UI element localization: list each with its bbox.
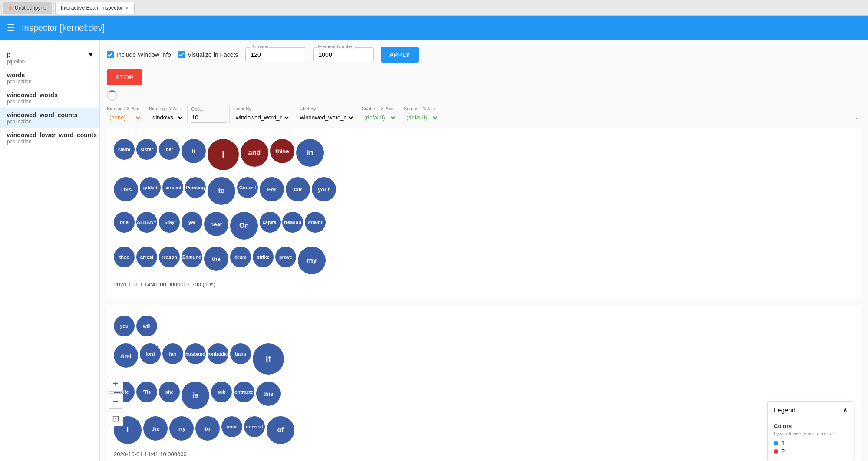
sidebar-item-windowed-words[interactable]: windowed_words pcollection: [0, 88, 99, 108]
word-bubble: she: [159, 382, 180, 402]
divider-2: [187, 106, 188, 123]
legend-colors-sub: by windowed_word_counts.1: [774, 431, 848, 436]
visualize-in-facets-checkbox[interactable]: [178, 51, 185, 58]
content-area: Include Window Info Visualize in Facets …: [100, 40, 868, 461]
word-bubble: thee: [114, 247, 135, 267]
viz-more-icon[interactable]: ⋮: [852, 109, 861, 120]
zoom-out-button[interactable]: −: [108, 393, 123, 409]
tab-untitled[interactable]: Untitled.ipynb: [3, 2, 52, 14]
legend-collapse-icon[interactable]: ∧: [843, 406, 848, 414]
legend-item-2: 2: [774, 448, 848, 454]
legend-header: Legend ∧: [768, 402, 854, 418]
word-bubble: capital: [260, 212, 281, 233]
app-header: ☰ Inspector [kernel:dev]: [0, 16, 868, 40]
tab-label-beam: Interactive Beam Inspector: [61, 5, 123, 11]
word-bubble: bans: [230, 343, 251, 364]
duration-input[interactable]: [245, 47, 306, 62]
legend-dot-2: [774, 449, 778, 454]
word-bubble: gilded: [140, 177, 161, 198]
binning-y-select[interactable]: windows: [149, 112, 184, 123]
sidebar-section-p[interactable]: p ▾ pipeline: [0, 47, 99, 68]
scatter-x-group: Scatter | X-Axis (default): [362, 106, 396, 123]
zoom-in-button[interactable]: +: [108, 376, 123, 392]
word-bubble: attaint: [305, 212, 326, 233]
word-bubble: Goneril: [237, 177, 258, 198]
legend-panel: Legend ∧ Colors by windowed_word_counts.…: [767, 401, 854, 461]
word-cloud-panel-2: youwillAndlordherhusbandcontradictbansIf…: [107, 305, 861, 461]
sidebar-item-sub-windowed-words: pcollection: [7, 99, 92, 105]
word-bubble: sub: [211, 382, 232, 402]
scatter-y-label: Scatter | Y-Axis: [404, 106, 439, 111]
legend-colors-title: Colors: [774, 423, 848, 429]
element-number-input[interactable]: [313, 47, 374, 62]
word-bubble: husband: [185, 343, 206, 364]
word-bubble: lord: [140, 343, 161, 364]
word-bubble: contracted: [234, 382, 254, 402]
sidebar-item-windowed-lower[interactable]: windowed_lower_word_counts pcollection: [0, 128, 99, 148]
word-bubble: and: [241, 139, 268, 167]
divider-6: [400, 106, 400, 123]
word-bubble: treason: [282, 212, 303, 233]
scatter-x-select[interactable]: (default): [362, 112, 396, 123]
word-bubble: title: [114, 212, 135, 233]
binning-x-select[interactable]: (none): [107, 112, 142, 123]
sidebar-section-sub-p: pipeline: [7, 59, 92, 65]
word-bubble: is: [182, 382, 209, 409]
apply-button[interactable]: APPLY: [381, 47, 419, 63]
scatter-x-label: Scatter | X-Axis: [362, 106, 396, 111]
word-bubble: hear: [204, 212, 228, 236]
count-input[interactable]: [191, 112, 226, 123]
scatter-y-group: Scatter | Y-Axis (default): [404, 106, 439, 123]
include-window-info-group: Include Window Info: [107, 51, 171, 58]
loading-spinner: [107, 90, 117, 101]
tab-label-untitled: Untitled.ipynb: [15, 5, 46, 11]
binning-x-group: Binning | X-Axis (none): [107, 106, 142, 123]
word-bubble: arrest: [136, 247, 157, 267]
word-bubble: bar: [159, 139, 180, 160]
word-bubble: of: [267, 416, 294, 444]
word-bubble: On: [230, 212, 258, 240]
viz-controls-bar: Binning | X-Axis (none) Binning | Y-Axis…: [107, 106, 861, 123]
label-by-select[interactable]: windowed_word_c: [297, 112, 354, 123]
wc2-timestamp: 2020-10-01 14:41:10.000000: [114, 451, 854, 458]
legend-label-2: 2: [782, 448, 785, 454]
wc1-timestamp: 2020-10-01 14:41:00.000000-0700 (10s): [114, 281, 854, 288]
word-bubble: your: [312, 177, 336, 201]
count-label: Cou...: [191, 106, 226, 112]
color-by-select[interactable]: windowed_word_c: [233, 112, 290, 123]
sidebar-item-title-words: words: [7, 72, 92, 79]
sidebar-item-windowed-word-counts[interactable]: windowed_word_counts pcollection: [0, 108, 99, 128]
word-bubble: Edmund: [182, 247, 202, 267]
sidebar-item-title-windowed-words: windowed_words: [7, 92, 92, 99]
word-bubble-row: titleALBANYStayyethearOncapitaltreasonat…: [114, 208, 854, 243]
stop-button[interactable]: STOP: [107, 69, 142, 85]
word-bubble: I: [208, 139, 239, 170]
scatter-y-select[interactable]: (default): [404, 112, 439, 123]
sidebar-item-sub-wwc: pcollection: [7, 119, 92, 125]
app-title: Inspector [kernel:dev]: [22, 23, 105, 33]
legend-dot-1: [774, 441, 778, 445]
sidebar-item-words[interactable]: words pcollection: [0, 68, 99, 88]
tab-beam-inspector[interactable]: Interactive Beam Inspector ×: [55, 2, 135, 14]
hamburger-icon[interactable]: ☰: [7, 23, 15, 33]
include-window-info-checkbox[interactable]: [107, 51, 114, 58]
word-bubble: prove: [275, 247, 296, 267]
word-bubble-row: AndlordherhusbandcontradictbansIf: [114, 340, 854, 378]
divider-1: [145, 106, 145, 123]
word-bubble-row: ThisgildedserpentPointingtoGonerilForfai…: [114, 174, 854, 208]
tab-close-beam[interactable]: ×: [125, 4, 129, 11]
word-bubble: fair: [286, 177, 310, 201]
word-bubble: 'Tis: [136, 382, 157, 402]
controls-bar: Include Window Info Visualize in Facets …: [107, 47, 861, 63]
zoom-fit-button[interactable]: ⊡: [108, 411, 123, 426]
word-bubble: to: [208, 177, 235, 205]
word-cloud-panel-1: claimsisterbaritIandthineinThisgildedser…: [107, 128, 861, 298]
chevron-down-icon: ▾: [89, 50, 92, 59]
count-group: Cou...: [191, 106, 226, 123]
word-bubble: Pointing: [185, 177, 206, 198]
word-bubbles-1: claimsisterbaritIandthineinThisgildedser…: [114, 135, 854, 278]
binning-y-group: Binning | Y-Axis windows: [149, 106, 184, 123]
sidebar-item-title-wlwc: windowed_lower_word_counts: [7, 132, 92, 138]
word-bubble: the: [204, 247, 228, 271]
word-bubble: my: [169, 416, 194, 441]
